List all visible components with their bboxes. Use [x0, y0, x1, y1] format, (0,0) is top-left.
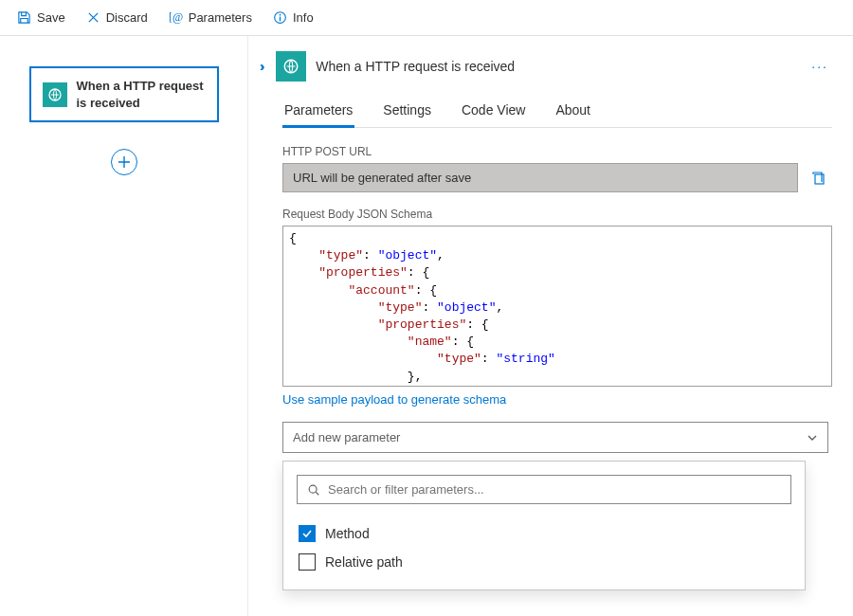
add-parameter-label: Add new parameter — [293, 430, 400, 444]
collapse-panel-button[interactable]: ›› — [256, 57, 264, 76]
tab-about[interactable]: About — [554, 95, 592, 127]
designer-canvas: When a HTTP request is received — [0, 36, 248, 616]
info-label: Info — [293, 10, 314, 25]
trigger-card[interactable]: When a HTTP request is received — [29, 66, 219, 122]
tab-settings[interactable]: Settings — [381, 95, 433, 127]
checkbox-checked-icon — [299, 525, 316, 542]
parameter-search[interactable] — [297, 475, 791, 504]
close-icon — [86, 10, 100, 25]
discard-label: Discard — [106, 10, 148, 25]
option-relative-path[interactable]: Relative path — [297, 548, 791, 576]
schema-editor[interactable]: { "type": "object", "properties": { "acc… — [282, 226, 832, 387]
info-icon — [273, 10, 287, 25]
parameters-button[interactable]: [@] Parameters — [159, 7, 262, 28]
request-trigger-icon — [43, 82, 67, 107]
http-url-label: HTTP POST URL — [282, 145, 832, 158]
svg-point-7 — [309, 485, 317, 493]
more-menu-button[interactable]: ··· — [808, 55, 832, 78]
info-button[interactable]: Info — [263, 7, 323, 28]
add-step-button[interactable] — [111, 149, 137, 175]
parameters-icon: [@] — [169, 10, 183, 25]
save-icon — [17, 10, 31, 25]
tab-codeview[interactable]: Code View — [460, 95, 527, 127]
chevron-down-icon — [807, 432, 818, 444]
parameters-label: Parameters — [189, 10, 252, 25]
svg-text:[@]: [@] — [169, 10, 183, 24]
details-panel: ›› When a HTTP request is received ··· P… — [248, 36, 853, 616]
option-method-label: Method — [325, 526, 370, 541]
add-parameter-dropdown[interactable]: Add new parameter — [282, 422, 828, 453]
option-relative-path-label: Relative path — [325, 554, 403, 570]
save-button[interactable]: Save — [8, 7, 75, 28]
svg-rect-6 — [815, 174, 824, 184]
trigger-card-label: When a HTTP request is received — [77, 78, 206, 111]
svg-point-2 — [280, 14, 281, 16]
copy-url-button[interactable] — [806, 163, 832, 192]
svg-rect-3 — [280, 17, 281, 22]
sample-payload-link[interactable]: Use sample payload to generate schema — [282, 392, 506, 407]
panel-title: When a HTTP request is received — [316, 59, 798, 74]
discard-button[interactable]: Discard — [77, 7, 157, 28]
panel-tabs: Parameters Settings Code View About — [282, 95, 832, 128]
option-method[interactable]: Method — [297, 519, 791, 548]
schema-label: Request Body JSON Schema — [282, 208, 832, 221]
request-trigger-icon — [276, 51, 306, 82]
tab-parameters[interactable]: Parameters — [282, 95, 354, 127]
http-url-field: URL will be generated after save — [282, 163, 798, 192]
checkbox-unchecked-icon — [299, 553, 316, 571]
search-icon — [307, 483, 320, 497]
add-parameter-menu: Method Relative path — [282, 461, 806, 590]
parameter-search-input[interactable] — [328, 482, 781, 497]
save-label: Save — [37, 10, 65, 25]
toolbar: Save Discard [@] Parameters Info — [0, 0, 853, 36]
